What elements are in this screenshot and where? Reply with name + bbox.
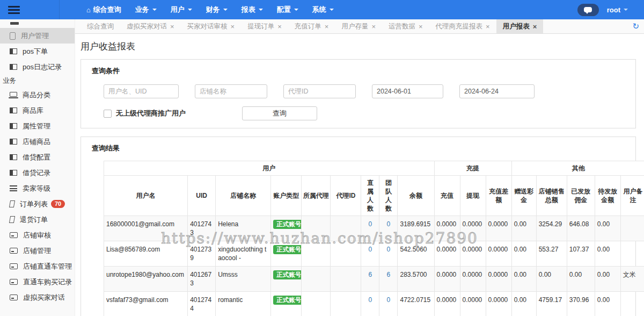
sidebar-item-4[interactable]: 商品分类	[0, 87, 75, 103]
tab-0[interactable]: 综合查询	[80, 19, 120, 33]
cell-agent	[302, 292, 331, 316]
results-panel: 查询结果 用户充提其他用户名UID店铺名称账户类型所属代理代理ID直属人数团队人…	[80, 137, 636, 316]
table-row: Lisa@856789.com4012739xingduoclothing ta…	[104, 241, 644, 267]
count-link[interactable]: 0	[387, 246, 391, 253]
nav-menu-item-0[interactable]: ⌂综合查询	[79, 0, 128, 19]
column-header-direct: 直属人数	[361, 176, 379, 216]
sidebar-item-9[interactable]: 借贷记录	[0, 165, 75, 181]
main-content: 综合查询虚拟买家对话×买家对话审核×提现订单×充值订单×用户存量×运营数据×代理…	[75, 19, 644, 316]
query-input-0[interactable]	[104, 84, 179, 98]
query-input-2[interactable]	[283, 84, 356, 98]
tab-1[interactable]: 虚拟买家对话×	[120, 19, 181, 33]
list-icon	[10, 185, 17, 191]
close-icon[interactable]: ×	[325, 23, 329, 30]
no-agent-checkbox-label: 无上级代理商推广用户	[116, 109, 186, 118]
close-icon[interactable]: ×	[231, 23, 235, 30]
sidebar-item-17[interactable]: 虚拟买家对话	[0, 290, 75, 305]
cell-pending_amount: 0.00	[595, 267, 620, 292]
sidebar-item-5[interactable]: 商品库	[0, 103, 75, 118]
sidebar-item-7[interactable]: 店铺商品	[0, 134, 75, 149]
cell-shop_sales: 3254.29	[536, 216, 567, 241]
close-icon[interactable]: ×	[419, 23, 423, 30]
table-row: 168000001@gmail.com4012743Helena正式账号0031…	[104, 216, 644, 241]
tab-4[interactable]: 充值订单×	[288, 19, 335, 33]
cell-username: Lisa@856789.com	[104, 241, 188, 267]
nav-menu-item-4[interactable]: 报表	[235, 0, 270, 19]
close-icon[interactable]: ×	[533, 23, 537, 30]
sidebar-item-label: 商品分类	[23, 90, 50, 100]
nav-menu-item-5[interactable]: 配置	[270, 0, 305, 19]
sidebar-item-label: 直通车购买记录	[23, 277, 72, 287]
column-header-username: 用户名	[104, 176, 188, 216]
count-link[interactable]: 0	[369, 246, 372, 253]
chevron-down-icon	[152, 9, 157, 11]
count-link[interactable]: 0	[387, 220, 391, 228]
close-icon[interactable]: ×	[277, 23, 282, 30]
sidebar-item-16[interactable]: 直通车购买记录	[0, 274, 75, 290]
sidebar-item-0[interactable]: 用户管理	[0, 28, 75, 44]
tab-bar: 综合查询虚拟买家对话×买家对话审核×提现订单×充值订单×用户存量×运营数据×代理…	[75, 19, 644, 34]
query-input-4[interactable]	[459, 84, 535, 98]
sidebar-item-12[interactable]: 退货订单	[0, 212, 75, 227]
count-link[interactable]: 0	[369, 296, 372, 304]
nav-menu-item-6[interactable]: 系统	[305, 0, 341, 19]
sidebar-list: 用户管理pos下单pos日志记录业务商品分类商品库属性管理店铺商品借贷配置借贷记…	[0, 28, 75, 305]
sidebar: 用户管理pos下单pos日志记录业务商品分类商品库属性管理店铺商品借贷配置借贷记…	[0, 19, 75, 316]
cell-recharge_diff: 0.0000	[486, 292, 511, 316]
results-tbody: 168000001@gmail.com4012743Helena正式账号0031…	[104, 216, 644, 316]
nav-menu-item-1[interactable]: 业务	[128, 0, 164, 19]
close-icon[interactable]: ×	[170, 23, 174, 30]
cell-team: 0	[379, 241, 398, 267]
column-header-balance: 余额	[398, 176, 434, 216]
chat-button[interactable]	[577, 4, 599, 16]
cell-username: 168000001@gmail.com	[104, 216, 188, 241]
sidebar-item-1[interactable]: pos下单	[0, 44, 75, 59]
cell-balance: 4722.0715	[398, 292, 434, 316]
cell-direct: 0	[361, 292, 379, 316]
sidebar-item-label: 订单列表	[20, 199, 48, 209]
tab-2[interactable]: 买家对话审核×	[181, 19, 241, 33]
column-header-team: 团队人数	[379, 176, 398, 216]
query-input-1[interactable]	[195, 84, 267, 98]
cell-withdraw: 0.0000	[460, 267, 486, 292]
sidebar-item-13[interactable]: 店铺审核	[0, 227, 75, 243]
column-group: 充提	[434, 161, 511, 176]
no-agent-checkbox[interactable]	[104, 110, 112, 118]
hamburger-menu-icon[interactable]	[0, 0, 28, 19]
count-link[interactable]: 6	[369, 271, 372, 278]
sidebar-item-15[interactable]: 店铺直通车管理	[0, 258, 75, 274]
tab-3[interactable]: 提现订单×	[241, 19, 288, 33]
query-actions-row: 无上级代理商推广用户 查询	[104, 106, 625, 120]
query-input-3[interactable]	[372, 84, 443, 98]
sidebar-item-8[interactable]: 借贷配置	[0, 149, 75, 165]
tab-6[interactable]: 运营数据×	[382, 19, 429, 33]
refresh-icon[interactable]: ↻	[632, 21, 639, 31]
cell-commission_paid: 370.96	[567, 292, 595, 316]
tab-8[interactable]: 用户报表×	[496, 19, 544, 33]
close-icon[interactable]: ×	[486, 23, 490, 30]
cell-commission_paid: 0.00	[567, 267, 595, 292]
cell-account_type: 正式账号	[271, 216, 302, 241]
cell-recharge: 0.0000	[434, 267, 460, 292]
laptop-icon	[10, 92, 17, 97]
nav-menu-item-2[interactable]: 用户	[164, 0, 199, 19]
table-icon	[10, 123, 17, 129]
sidebar-item-14[interactable]: 店铺管理	[0, 243, 75, 258]
sidebar-item-label: 借贷记录	[23, 168, 50, 178]
user-dropdown[interactable]: root	[607, 6, 628, 14]
count-link[interactable]: 0	[369, 220, 372, 228]
sidebar-item-6[interactable]: 属性管理	[0, 118, 75, 134]
sidebar-item-11[interactable]: 订单列表70	[0, 196, 75, 212]
count-link[interactable]: 0	[387, 296, 391, 304]
table-row: vsfafaf73@gmail.com4012744romantic正式账号00…	[104, 292, 644, 316]
cell-agent	[302, 241, 331, 267]
tab-7[interactable]: 代理商充提报表×	[429, 19, 496, 33]
count-link[interactable]: 6	[387, 271, 391, 278]
nav-menu-item-3[interactable]: 财务	[199, 0, 235, 19]
tab-5[interactable]: 用户存量×	[335, 19, 382, 33]
sidebar-item-10[interactable]: 卖家等级	[0, 181, 75, 196]
cell-direct: 0	[361, 241, 379, 267]
search-button[interactable]: 查询	[242, 106, 317, 120]
sidebar-item-2[interactable]: pos日志记录	[0, 59, 75, 75]
close-icon[interactable]: ×	[371, 23, 376, 30]
